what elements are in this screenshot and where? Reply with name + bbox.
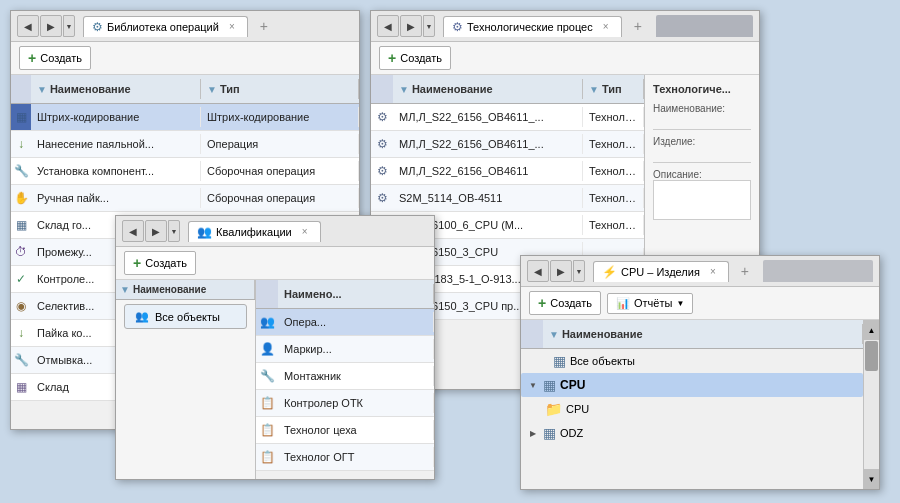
qual-col-name[interactable]: ▼ Наименование bbox=[116, 280, 255, 299]
cpu-col-name[interactable]: ▼ Наименование bbox=[543, 324, 863, 344]
table-row[interactable]: ▦ Штрих-кодирование Штрих-кодирование bbox=[11, 104, 359, 131]
filter-icon-name: ▼ bbox=[37, 84, 47, 95]
table-row[interactable]: ⚙ МЛ,Л_S22_6156_OB4611_... Технологическ… bbox=[371, 131, 644, 158]
tech-tab-add[interactable]: + bbox=[628, 16, 648, 36]
row-icon: 👤 bbox=[256, 336, 278, 362]
library-tab[interactable]: ⚙ Библиотека операций × bbox=[83, 16, 248, 37]
scrollbar-down[interactable]: ▼ bbox=[864, 469, 879, 489]
table-row[interactable]: ⚙ МЛ,Л_S22_6156_OB4611_... Технологическ… bbox=[371, 104, 644, 131]
row-icon-solder2: ↓ bbox=[11, 320, 31, 346]
tree-item-odz[interactable]: ▶ ▦ ODZ bbox=[521, 421, 863, 445]
table-row[interactable]: 📋 Технолог ОГТ bbox=[256, 444, 434, 471]
expand-btn-odz[interactable]: ▶ bbox=[527, 427, 539, 439]
td-type: Технологический процес... bbox=[583, 215, 644, 235]
scrollbar-thumb[interactable] bbox=[865, 341, 878, 371]
qual-col-name-label: Наименование bbox=[133, 284, 206, 295]
table-row[interactable]: 👥 Опера... bbox=[256, 309, 434, 336]
table-row[interactable]: 📋 Контролер ОТК bbox=[256, 390, 434, 417]
right-panel-field-item: Изделие: bbox=[653, 136, 751, 163]
cpu-content: ▼ Наименование ▦ Все объекты ▼ ▦ CPU bbox=[521, 320, 879, 489]
tech-create-btn[interactable]: + Создать bbox=[379, 46, 451, 70]
table-row[interactable]: ⚙ S2M_5114_OB-4511 Технологический проце… bbox=[371, 185, 644, 212]
cpu-scrollbar[interactable]: ▲ ▼ bbox=[863, 320, 879, 489]
td-name: Ручная пайк... bbox=[31, 188, 201, 208]
row-icon-select: ◉ bbox=[11, 293, 31, 319]
tech-nav-dropdown-btn[interactable]: ▼ bbox=[423, 15, 435, 37]
td-type: Сборочная операция bbox=[201, 188, 359, 208]
tech-nav-forward-btn[interactable]: ▶ bbox=[400, 15, 422, 37]
cpu-reports-btn[interactable]: 📊 Отчёты ▼ bbox=[607, 293, 693, 314]
library-col-name[interactable]: ▼ Наименование bbox=[31, 79, 201, 99]
table-row[interactable]: ↓ Нанесение паяльной... Операция bbox=[11, 131, 359, 158]
scrollbar-up[interactable]: ▲ bbox=[864, 320, 879, 340]
library-create-label: Создать bbox=[40, 52, 82, 64]
td-name: Монтажник bbox=[278, 366, 434, 386]
td-type: Операция bbox=[201, 134, 359, 154]
tech-nav-back-btn[interactable]: ◀ bbox=[377, 15, 399, 37]
table-row[interactable]: 📋 Технолог цеха bbox=[256, 417, 434, 444]
qual-titlebar: ◀ ▶ ▼ 👥 Квалификации × bbox=[116, 216, 434, 247]
td-name: Технолог цеха bbox=[278, 420, 434, 440]
library-create-btn[interactable]: + Создать bbox=[19, 46, 91, 70]
tree-item-cpu-child[interactable]: 📁 CPU bbox=[521, 397, 863, 421]
qual-nav-dropdown-btn[interactable]: ▼ bbox=[168, 220, 180, 242]
qual-nav-forward-btn[interactable]: ▶ bbox=[145, 220, 167, 242]
qual-create-btn[interactable]: + Создать bbox=[124, 251, 196, 275]
table-row[interactable]: 👤 Маркир... bbox=[256, 336, 434, 363]
library-col-type[interactable]: ▼ Тип bbox=[201, 79, 359, 99]
all-objects-icon: 👥 bbox=[135, 310, 149, 323]
cpu-create-label: Создать bbox=[550, 297, 592, 309]
table-row[interactable]: ⚙ МЛ,Л_S22_6156_OB4611 Технологический п… bbox=[371, 158, 644, 185]
filter-icon: ▼ bbox=[549, 329, 559, 340]
row-icon: 📋 bbox=[256, 390, 278, 416]
qual-table-body: 👥 Опера... 👤 Маркир... 🔧 Монтажник 📋 Кон… bbox=[256, 309, 434, 479]
tech-table-header: ▼ Наименование ▼ Тип bbox=[371, 75, 644, 104]
table-row[interactable]: 🔧 Монтажник bbox=[256, 363, 434, 390]
cpu-tab-label: CPU – Изделия bbox=[621, 266, 700, 278]
tech-tab-icon: ⚙ bbox=[452, 20, 463, 34]
all-objects-btn[interactable]: 👥 Все объекты bbox=[124, 304, 247, 329]
library-tab-icon: ⚙ bbox=[92, 20, 103, 34]
cpu-tab-add[interactable]: + bbox=[735, 261, 755, 281]
nav-forward-btn[interactable]: ▶ bbox=[40, 15, 62, 37]
cpu-table-header: ▼ Наименование bbox=[521, 320, 863, 349]
cpu-nav-back-btn[interactable]: ◀ bbox=[527, 260, 549, 282]
table-row[interactable]: 🔧 Установка компонент... Сборочная опера… bbox=[11, 158, 359, 185]
cpu-tab[interactable]: ⚡ CPU – Изделия × bbox=[593, 261, 729, 282]
nav-back-btn[interactable]: ◀ bbox=[17, 15, 39, 37]
cpu-main-col: ▼ Наименование ▦ Все объекты ▼ ▦ CPU bbox=[521, 320, 863, 489]
qual-create-label: Создать bbox=[145, 257, 187, 269]
field-value-item bbox=[653, 147, 751, 163]
qual-tab-close[interactable]: × bbox=[298, 225, 312, 239]
tech-tab[interactable]: ⚙ Технологические процес × bbox=[443, 16, 622, 37]
qual-tab[interactable]: 👥 Квалификации × bbox=[188, 221, 321, 242]
table-row[interactable]: ✋ Ручная пайк... Сборочная операция bbox=[11, 185, 359, 212]
all-objects-label: Все объекты bbox=[155, 311, 220, 323]
td-name: МЛ,Л_S22_6156_OB4611_... bbox=[393, 107, 583, 127]
cpu-child-label: CPU bbox=[566, 403, 589, 415]
qual-tab-icon: 👥 bbox=[197, 225, 212, 239]
tree-item-cpu-parent[interactable]: ▼ ▦ CPU bbox=[521, 373, 863, 397]
qual-col-name2[interactable]: Наимено... bbox=[278, 284, 434, 304]
library-tab-close[interactable]: × bbox=[225, 20, 239, 34]
tech-col-name[interactable]: ▼ Наименование bbox=[393, 79, 583, 99]
tree-item-all-objects[interactable]: ▦ Все объекты bbox=[521, 349, 863, 373]
right-panel-field-desc: Описание: bbox=[653, 169, 751, 220]
tech-tab-close[interactable]: × bbox=[599, 20, 613, 34]
tech-tab-extra bbox=[656, 15, 753, 37]
filter-icon: ▼ bbox=[399, 84, 409, 95]
expand-btn-cpu[interactable]: ▼ bbox=[527, 379, 539, 391]
row-icon: 📋 bbox=[256, 444, 278, 470]
tech-col-type[interactable]: ▼ Тип bbox=[583, 79, 644, 99]
nav-dropdown-btn[interactable]: ▼ bbox=[63, 15, 75, 37]
qual-nav-back-btn[interactable]: ◀ bbox=[122, 220, 144, 242]
reports-dropdown-icon: ▼ bbox=[676, 299, 684, 308]
cpu-nav-dropdown-btn[interactable]: ▼ bbox=[573, 260, 585, 282]
library-tab-add[interactable]: + bbox=[254, 16, 274, 36]
cpu-nav-forward-btn[interactable]: ▶ bbox=[550, 260, 572, 282]
scrollbar-track bbox=[864, 340, 879, 469]
field-value-name bbox=[653, 114, 751, 130]
cpu-create-btn[interactable]: + Создать bbox=[529, 291, 601, 315]
cpu-tab-close[interactable]: × bbox=[706, 265, 720, 279]
td-name: Контролер ОТК bbox=[278, 393, 434, 413]
